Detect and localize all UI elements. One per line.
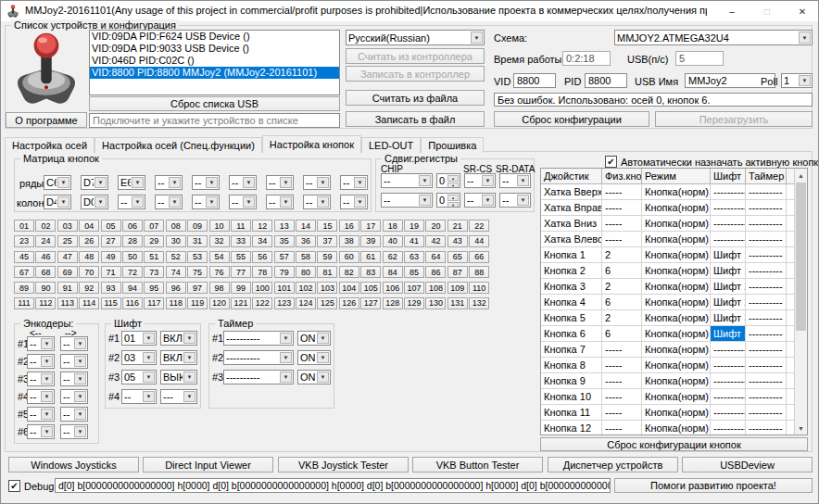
- sr-cs-select[interactable]: --▼: [464, 193, 496, 208]
- grid-button[interactable]: 79: [274, 266, 295, 278]
- grid-button[interactable]: 124: [296, 297, 316, 309]
- table-cell[interactable]: Кнопка 6: [541, 326, 602, 342]
- grid-button[interactable]: 116: [122, 297, 143, 309]
- table-cell[interactable]: Кнопка(норм): [642, 421, 711, 435]
- timer-value-select[interactable]: ----------▼: [223, 331, 294, 346]
- shift-state-select[interactable]: ВЫКЛ▼: [160, 370, 197, 384]
- grid-button[interactable]: 123: [274, 297, 295, 309]
- table-cell[interactable]: ----------: [711, 216, 746, 232]
- table-cell[interactable]: Кнопка(норм): [642, 373, 711, 389]
- grid-button[interactable]: 70: [79, 266, 99, 278]
- grid-button[interactable]: 43: [447, 235, 468, 247]
- table-cell[interactable]: -----: [602, 184, 642, 200]
- status-field[interactable]: Без ошибок. Использовано: осей 0, кнопок…: [494, 93, 813, 107]
- vid-field[interactable]: 8800: [513, 73, 556, 88]
- grid-button[interactable]: 66: [469, 251, 489, 263]
- grid-button[interactable]: 104: [339, 282, 359, 294]
- table-cell[interactable]: ----------: [746, 358, 787, 373]
- table-cell[interactable]: ----------: [711, 373, 746, 389]
- shift-state-select[interactable]: ВКЛ▼: [160, 350, 197, 365]
- grid-button[interactable]: 107: [404, 282, 424, 294]
- grid-button[interactable]: 48: [79, 251, 99, 263]
- vkb-joystick-tester-button[interactable]: VKB Joystick Tester: [278, 457, 409, 472]
- table-cell[interactable]: -----: [602, 216, 642, 232]
- table-cell[interactable]: ----------: [746, 247, 787, 263]
- close-button[interactable]: ✕: [785, 1, 819, 21]
- table-cell[interactable]: -----: [602, 389, 642, 405]
- grid-button[interactable]: 111: [14, 297, 34, 309]
- table-cell[interactable]: Кнопка 2: [541, 263, 602, 279]
- table-cell[interactable]: -----: [602, 421, 642, 435]
- table-cell[interactable]: 2: [602, 247, 642, 263]
- table-cell[interactable]: Хатка Влево: [541, 232, 602, 247]
- grid-button[interactable]: 10: [209, 220, 230, 232]
- table-cell[interactable]: Кнопка 12: [541, 421, 602, 435]
- table-cell[interactable]: ----------: [711, 342, 746, 358]
- grid-button[interactable]: 83: [360, 266, 381, 278]
- matrix-row-pin-select[interactable]: E6▼: [118, 175, 145, 190]
- grid-button[interactable]: 13: [274, 220, 295, 232]
- grid-button[interactable]: 71: [101, 266, 121, 278]
- sr-chip-select[interactable]: --▼: [381, 173, 433, 188]
- grid-button[interactable]: 128: [383, 297, 403, 309]
- grid-button[interactable]: 12: [252, 220, 272, 232]
- grid-button[interactable]: 86: [425, 266, 446, 278]
- write-to-controller-button[interactable]: Записать в контроллер: [346, 66, 485, 82]
- grid-button[interactable]: 122: [252, 297, 272, 309]
- grid-button[interactable]: 81: [317, 266, 337, 278]
- grid-button[interactable]: 119: [187, 297, 208, 309]
- read-from-controller-button[interactable]: Считать из контроллера: [346, 48, 485, 64]
- table-cell[interactable]: ----------: [711, 184, 746, 200]
- sr-count-spinner[interactable]: 0▲▼: [436, 173, 460, 188]
- grid-button[interactable]: 51: [144, 251, 164, 263]
- grid-button[interactable]: 23: [14, 235, 34, 247]
- grid-button[interactable]: 37: [317, 235, 337, 247]
- poll-select[interactable]: 1▼: [781, 73, 813, 88]
- matrix-row-pin-select[interactable]: C6▼: [44, 175, 71, 190]
- grid-button[interactable]: 32: [209, 235, 230, 247]
- grid-button[interactable]: 28: [122, 235, 143, 247]
- table-cell[interactable]: ----------: [746, 342, 787, 358]
- table-cell[interactable]: Кнопка(норм): [642, 358, 711, 373]
- grid-button[interactable]: 09: [187, 220, 208, 232]
- encoder-left-select[interactable]: --▼: [27, 354, 55, 369]
- debug-output-field[interactable]: d[0] b[0000000000000000] h[0000] d[0] b[…: [55, 478, 611, 493]
- timer-value-select[interactable]: ----------▼: [223, 370, 294, 384]
- grid-button[interactable]: 53: [187, 251, 208, 263]
- grid-button[interactable]: 50: [122, 251, 143, 263]
- grid-button[interactable]: 97: [187, 282, 208, 294]
- grid-button[interactable]: 91: [57, 282, 78, 294]
- grid-button[interactable]: 24: [35, 235, 56, 247]
- grid-button[interactable]: 59: [317, 251, 337, 263]
- matrix-row-pin-select[interactable]: --▼: [192, 175, 220, 190]
- grid-button[interactable]: 125: [317, 297, 337, 309]
- vkb-button-tester-button[interactable]: VKB Button Tester: [412, 457, 543, 472]
- grid-button[interactable]: 80: [296, 266, 316, 278]
- grid-button[interactable]: 85: [404, 266, 424, 278]
- grid-button[interactable]: 07: [144, 220, 164, 232]
- table-cell[interactable]: Хатка Вправо: [541, 200, 602, 216]
- grid-button[interactable]: 98: [209, 282, 230, 294]
- grid-button[interactable]: 45: [14, 251, 34, 263]
- grid-button[interactable]: 121: [231, 297, 251, 309]
- encoder-right-select[interactable]: --▼: [60, 424, 88, 439]
- grid-button[interactable]: 39: [360, 235, 381, 247]
- matrix-col-pin-select[interactable]: --▼: [229, 195, 257, 209]
- sr-count-spinner[interactable]: 0▲▼: [436, 193, 460, 208]
- table-cell[interactable]: 2: [602, 310, 642, 326]
- table-cell[interactable]: ----------: [711, 358, 746, 373]
- grid-button[interactable]: 46: [35, 251, 56, 263]
- grid-button[interactable]: 118: [166, 297, 186, 309]
- table-cell[interactable]: -----: [602, 373, 642, 389]
- grid-button[interactable]: 127: [360, 297, 381, 309]
- scroll-down-icon[interactable]: ▼: [795, 422, 807, 435]
- grid-button[interactable]: 05: [101, 220, 121, 232]
- grid-button[interactable]: 55: [231, 251, 251, 263]
- grid-button[interactable]: 87: [447, 266, 468, 278]
- shift-button-select[interactable]: 05▼: [121, 370, 157, 384]
- tab-2[interactable]: Настройка кнопок: [262, 135, 361, 153]
- maximize-button[interactable]: □: [750, 1, 785, 21]
- device-list[interactable]: VID:09DA PID:F624 USB Device ()VID:09DA …: [89, 30, 340, 95]
- about-button[interactable]: О программе: [6, 112, 87, 128]
- grid-button[interactable]: 103: [317, 282, 337, 294]
